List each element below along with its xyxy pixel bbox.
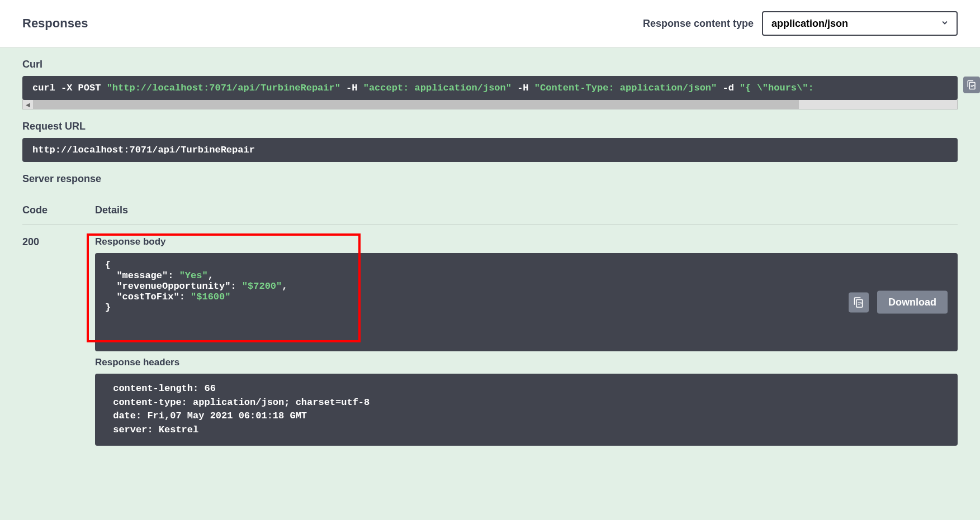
content-type-select[interactable]: application/json (762, 11, 958, 36)
col-code-header: Code (22, 204, 95, 216)
json-brace: { (105, 260, 111, 270)
clipboard-icon (853, 297, 864, 308)
json-colon: : (168, 270, 179, 281)
request-url-value: http://localhost:7071/api/TurbineRepair (22, 138, 958, 162)
download-button[interactable]: Download (877, 291, 948, 314)
json-brace: } (105, 302, 111, 313)
json-colon: : (230, 281, 242, 292)
curl-command: curl -X POST "http://localhost:7071/api/… (22, 76, 958, 100)
json-comma: , (282, 281, 287, 292)
response-headers-label: Response headers (95, 357, 958, 368)
scrollbar-track[interactable] (799, 100, 957, 109)
response-headers-block: content-length: 66 content-type: applica… (95, 374, 958, 446)
response-table: Code Details 200 Response body { "messag… (0, 185, 980, 446)
server-response-label: Server response (0, 162, 980, 185)
curl-scrollbar[interactable]: ◀ (22, 99, 958, 109)
response-body-block: { "message": "Yes", "revenueOpportunity"… (95, 253, 958, 351)
body-actions: Download (849, 291, 948, 314)
scroll-left-arrow[interactable]: ◀ (23, 100, 33, 109)
response-code: 200 (22, 236, 95, 446)
curl-label: Curl (22, 59, 958, 70)
response-row: 200 Response body { "message": "Yes", "r… (22, 225, 958, 446)
request-url-label: Request URL (22, 121, 958, 132)
curl-url: "http://localhost:7071/api/TurbineRepair… (107, 83, 340, 93)
request-url-section: Request URL http://localhost:7071/api/Tu… (0, 109, 980, 162)
json-value: "$7200" (242, 281, 282, 292)
response-body-label: Response body (95, 236, 958, 247)
table-header: Code Details (22, 196, 958, 225)
clipboard-icon (967, 80, 977, 90)
curl-header: "Content-Type: application/json" (534, 83, 717, 93)
col-details-header: Details (95, 204, 128, 216)
copy-curl-button[interactable] (963, 77, 980, 93)
json-value: "Yes" (179, 270, 208, 281)
json-key: "message" (116, 270, 168, 281)
curl-text: curl -X POST (32, 83, 107, 93)
json-value: "$1600" (191, 292, 230, 302)
scrollbar-thumb[interactable] (33, 100, 799, 109)
copy-body-button[interactable] (849, 292, 869, 312)
responses-title: Responses (22, 16, 88, 31)
response-details: Response body { "message": "Yes", "reven… (95, 236, 958, 446)
curl-header: "accept: application/json" (363, 83, 512, 93)
responses-header: Responses Response content type applicat… (0, 0, 980, 47)
json-key: "revenueOpportunity" (116, 281, 230, 292)
curl-text: -H (512, 83, 534, 93)
curl-text: -H (340, 83, 363, 93)
content-type-wrapper: Response content type application/json (643, 11, 958, 36)
json-comma: , (208, 270, 214, 281)
curl-text: -d (717, 83, 740, 93)
curl-section: Curl curl -X POST "http://localhost:7071… (0, 47, 980, 109)
json-key: "costToFix" (116, 292, 179, 302)
json-colon: : (179, 292, 191, 302)
curl-body: "{ \"hours\": (740, 83, 814, 93)
content-type-label: Response content type (643, 18, 754, 30)
